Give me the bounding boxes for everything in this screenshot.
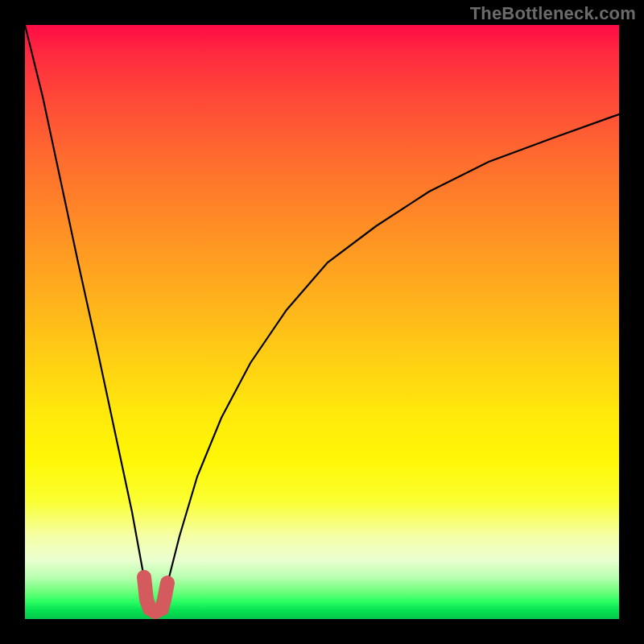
valley-marker-path (144, 577, 167, 612)
watermark-text: TheBottleneck.com (470, 3, 636, 24)
curve-path (25, 25, 619, 613)
plot-area (25, 25, 619, 619)
chart-svg (25, 25, 619, 619)
